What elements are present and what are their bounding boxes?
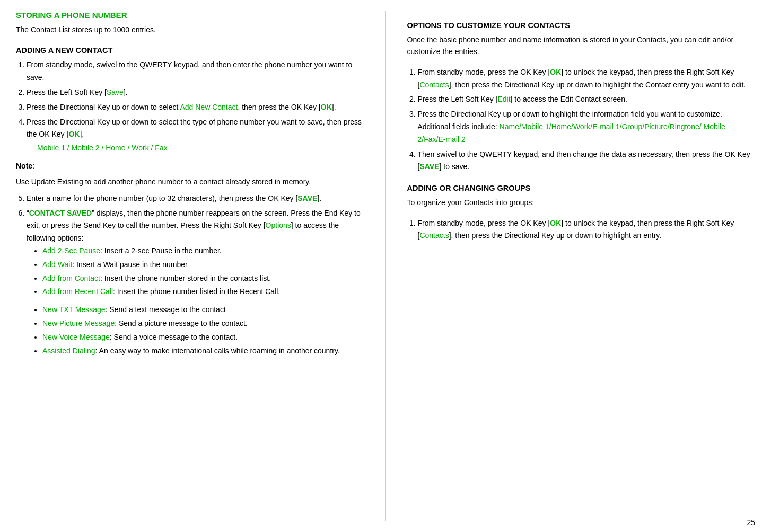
groups-steps-list: From standby mode, press the OK Key [OK]… bbox=[418, 217, 756, 243]
mobile-links: Mobile 1 / Mobile 2 / Home / Work / Fax bbox=[37, 142, 364, 155]
contacts-link-2: Contacts bbox=[419, 231, 449, 240]
page-number-container: 25 bbox=[747, 518, 755, 527]
addfromrecent-link: Add from Recent Call bbox=[42, 287, 113, 296]
save-right-link: SAVE bbox=[419, 162, 439, 171]
newpicture-link: New Picture Message bbox=[42, 319, 115, 327]
option-addfromcontact: Add from Contact: Insert the phone numbe… bbox=[42, 272, 364, 285]
option-newtxt: New TXT Message: Send a text message to … bbox=[42, 304, 364, 316]
step-1: From standby mode, swivel to the QWERTY … bbox=[27, 59, 364, 84]
save-link: Save bbox=[107, 88, 124, 96]
adding-title: ADDING A NEW CONTACT bbox=[16, 46, 364, 55]
step-4: Press the Directional Key up or down to … bbox=[27, 116, 364, 155]
left-column: STORING A PHONE NUMBER The Contact List … bbox=[16, 11, 386, 521]
ok-link-1: OK bbox=[321, 103, 332, 111]
options-list: Add 2-Sec Pause: Insert a 2-sec Pause in… bbox=[42, 245, 364, 298]
steps-list-continued: Enter a name for the phone number (up to… bbox=[27, 192, 364, 298]
edit-link: Edit bbox=[497, 95, 510, 103]
home-link: Home bbox=[106, 144, 125, 152]
option-addwait: Add Wait: Insert a Wait pause in the num… bbox=[42, 259, 364, 271]
mobile1-link: Mobile 1 bbox=[37, 144, 65, 152]
right-column: OPTIONS TO CUSTOMIZE YOUR CONTACTS Once … bbox=[386, 11, 756, 521]
option-add2sec: Add 2-Sec Pause: Insert a 2-sec Pause in… bbox=[42, 245, 364, 258]
step-2: Press the Left Soft Key [Save]. bbox=[27, 86, 364, 99]
options-link: Options bbox=[266, 221, 291, 229]
option-newpicture: New Picture Message: Send a picture mess… bbox=[42, 317, 364, 330]
addwait-link: Add Wait bbox=[42, 260, 72, 269]
groups-title: ADDING OR CHANGING GROUPS bbox=[407, 184, 756, 192]
customize-step-2: Press the Left Soft Key [Edit] to access… bbox=[418, 93, 756, 106]
ok-link-2: OK bbox=[68, 130, 80, 138]
note-label: Note bbox=[16, 162, 32, 170]
customize-step-1: From standby mode, press the OK Key [OK]… bbox=[418, 66, 756, 92]
customize-steps-list: From standby mode, press the OK Key [OK]… bbox=[418, 66, 756, 173]
more-options-list: New TXT Message: Send a text message to … bbox=[42, 304, 364, 357]
options-intro: Once the basic phone number and name inf… bbox=[407, 34, 756, 58]
ok-right-1: OK bbox=[550, 68, 561, 76]
steps-list: From standby mode, swivel to the QWERTY … bbox=[27, 59, 364, 155]
contact-saved-link: CONTACT SAVED bbox=[29, 209, 92, 217]
storing-intro: The Contact List stores up to 1000 entri… bbox=[16, 24, 364, 36]
work-link: Work bbox=[132, 144, 148, 152]
mobile2-link: Mobile 2 bbox=[72, 144, 100, 152]
page-number: 25 bbox=[747, 518, 755, 527]
note-text: Use Update Existing to add another phone… bbox=[16, 176, 364, 188]
save-link-2: SAVE bbox=[297, 194, 317, 202]
note-paragraph: Note: bbox=[16, 160, 364, 172]
customize-step-4: Then swivel to the QWERTY keypad, and th… bbox=[418, 148, 756, 174]
ok-right-2: OK bbox=[550, 219, 561, 227]
step-5: Enter a name for the phone number (up to… bbox=[27, 192, 364, 205]
newvoice-link: New Voice Message bbox=[42, 333, 110, 341]
option-assisted: Assisted Dialing: An easy way to make in… bbox=[42, 345, 364, 358]
fields-link: Name/Mobile 1/Home/Work/E-mail 1/Group/P… bbox=[418, 122, 725, 144]
options-title: OPTIONS TO CUSTOMIZE YOUR CONTACTS bbox=[407, 21, 756, 30]
customize-step-3: Press the Directional Key up or down to … bbox=[418, 108, 756, 146]
newtxt-link: New TXT Message bbox=[42, 305, 106, 314]
option-newvoice: New Voice Message: Send a voice message … bbox=[42, 331, 364, 344]
groups-step-1: From standby mode, press the OK Key [OK]… bbox=[418, 217, 756, 243]
fax-link: Fax bbox=[155, 144, 167, 152]
step-6: “CONTACT SAVED” displays, then the phone… bbox=[27, 207, 364, 299]
add2sec-link: Add 2-Sec Pause bbox=[42, 246, 100, 255]
contacts-link-1: Contacts bbox=[419, 81, 449, 89]
addfromcontact-link: Add from Contact bbox=[42, 274, 100, 282]
assisted-link: Assisted Dialing bbox=[42, 347, 95, 355]
add-new-contact-link: Add New Contact bbox=[180, 103, 238, 111]
step-3: Press the Directional Key up or down to … bbox=[27, 101, 364, 114]
option-addfromrecent: Add from Recent Call: Insert the phone n… bbox=[42, 286, 364, 298]
groups-intro: To organize your Contacts into groups: bbox=[407, 197, 756, 208]
storing-heading: STORING A PHONE NUMBER bbox=[16, 11, 364, 20]
